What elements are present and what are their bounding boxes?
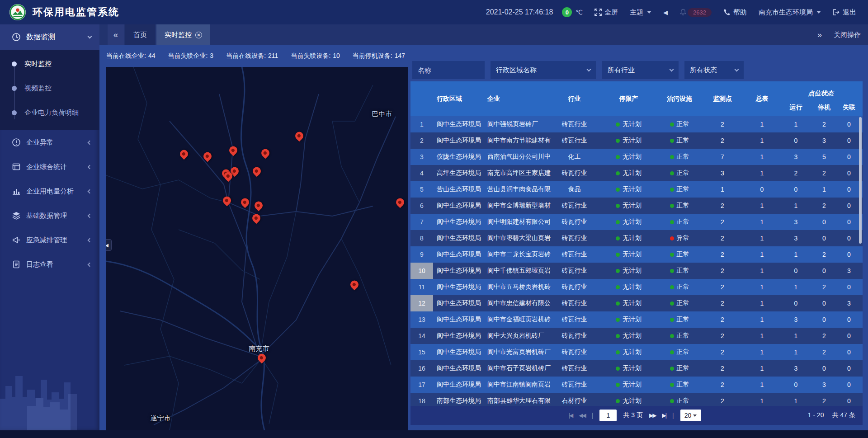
table-row[interactable]: 3仪陇生态环境局西南油气田分公司川中化工无计划正常71350 [410, 149, 863, 165]
map-pin[interactable] [252, 167, 261, 179]
table-row[interactable]: 10阆中生态环境局阆中千佛镇五郎垭页岩砖瓦行业无计划正常21003 [410, 263, 863, 279]
table-row[interactable]: 16阆中生态环境局阆中市石子页岩机砖厂砖瓦行业无计划正常21300 [410, 360, 863, 377]
notification-bell[interactable]: 2632 [679, 8, 712, 17]
table-row[interactable]: 8阆中生态环境局阆中市枣碧大梁山页岩砖瓦行业无计划异常21300 [410, 230, 863, 246]
map-pin[interactable] [224, 172, 233, 184]
table-row[interactable]: 15阆中生态环境局阆中市光富页岩机砖厂砖瓦行业无计划正常21120 [410, 344, 863, 360]
sidebar-item-enterprise-statistics[interactable]: 企业综合统计 [0, 155, 99, 179]
cell-facility: 正常 [659, 149, 700, 165]
halt-text: 无计划 [623, 381, 642, 389]
first-page-button[interactable]: |◀ [569, 412, 572, 419]
map-pin[interactable] [396, 198, 405, 210]
map-pin[interactable] [241, 198, 250, 210]
map-pin[interactable] [222, 197, 231, 208]
map-pin[interactable] [203, 152, 212, 164]
map-pin[interactable] [257, 354, 266, 366]
row-number: 2 [410, 132, 433, 149]
sidebar-item-electricity-analysis[interactable]: 企业用电量分析 [0, 179, 99, 203]
table-row[interactable]: 7阆中生态环境局阆中明阳建材有限公司砖瓦行业无计划正常21300 [410, 214, 863, 230]
stats-icon [12, 162, 21, 171]
last-page-button[interactable]: ▶| [662, 412, 666, 419]
table-row[interactable]: 17阆中生态环境局阆中市江南镇阆南页岩砖瓦行业无计划正常21030 [410, 377, 863, 393]
cell-industry: 砖瓦行业 [551, 328, 598, 344]
cell-monitor: 2 [700, 198, 745, 214]
stat-online-devices: 当前在线设备:211 [226, 52, 278, 60]
pin-icon [178, 148, 189, 160]
sidebar-item-data-monitoring[interactable]: 数据监测 [0, 24, 99, 50]
table-row[interactable]: 18南部生态环境局南部县雄华大理石有限石材行业无计划正常21120 [410, 393, 863, 406]
map-panel[interactable]: 巴中市南充市遂宁市 ◀ [106, 67, 408, 430]
page-size-select[interactable]: 20 [680, 410, 701, 421]
map-collapse-button[interactable]: ◀ [106, 239, 112, 251]
sidebar-item-video-monitoring[interactable]: 视频监控 [0, 76, 99, 100]
tabs-scroll-left-button[interactable]: « [108, 24, 124, 45]
tab-home[interactable]: 首页 [125, 24, 155, 45]
sidebar-item-log-view[interactable]: 日志查看 [0, 252, 99, 277]
tabs-scroll-right-button[interactable]: » [817, 30, 822, 40]
close-operations-button[interactable]: 关闭操作 [834, 31, 861, 39]
map-pin[interactable] [229, 146, 238, 158]
region-filter-dropdown[interactable]: 行政区域名称 [491, 61, 596, 79]
table-row[interactable]: 9阆中生态环境局阆中市二龙长宝页岩砖砖瓦行业无计划正常21120 [410, 246, 863, 263]
theme-dropdown[interactable]: 主题 [630, 8, 651, 17]
prev-page-button[interactable]: ◀◀ [579, 412, 585, 419]
status-dot [616, 318, 620, 322]
tab-realtime-monitoring[interactable]: 实时监控 ✕ [156, 24, 210, 45]
cell-facility: 正常 [659, 165, 700, 181]
map-pin[interactable] [295, 132, 304, 144]
table-row[interactable]: 13阆中生态环境局阆中市金福旺页岩机砖砖瓦行业无计划正常21300 [410, 311, 863, 328]
map-pin[interactable] [254, 202, 263, 213]
user-name: 南充市生态环境局 [759, 8, 813, 17]
table-row[interactable]: 1阆中生态环境局阆中强锐页岩砖厂砖瓦行业无计划正常21120 [410, 116, 863, 132]
cell-facility: 正常 [659, 198, 700, 214]
industry-filter-dropdown[interactable]: 所有行业 [602, 61, 679, 79]
table-row[interactable]: 6阆中生态环境局阆中市金博瑞新型墙材砖瓦行业无计划正常21120 [410, 198, 863, 214]
cell-lost: 0 [835, 230, 863, 246]
name-filter-input[interactable] [412, 61, 485, 79]
sidebar-item-realtime-monitoring[interactable]: 实时监控 [0, 52, 99, 76]
layers-icon [12, 211, 21, 220]
cell-stop: 0 [813, 214, 835, 230]
table-row[interactable]: 14阆中生态环境局阆中大兴页岩机砖厂砖瓦行业无计划正常21120 [410, 328, 863, 344]
table-row[interactable]: 12阆中生态环境局阆中市忠信建材有限公砖瓦行业无计划正常21003 [410, 295, 863, 311]
status-dot [616, 367, 620, 371]
cell-stop: 3 [813, 377, 835, 393]
row-number: 4 [410, 165, 433, 181]
table-row[interactable]: 4高坪生态环境局南充市高坪区王家店建砖瓦行业无计划正常31220 [410, 165, 863, 181]
sidebar-item-emergency-reduction[interactable]: 应急减排管理 [0, 228, 99, 252]
tab-close-icon[interactable]: ✕ [195, 32, 202, 38]
help-button[interactable]: 帮助 [723, 8, 747, 17]
row-number: 1 [410, 116, 433, 132]
facility-text: 正常 [677, 218, 689, 226]
log-icon [12, 260, 21, 269]
pager-divider: | [672, 412, 674, 419]
table-row[interactable]: 11阆中生态环境局阆中市五马桥页岩机砖砖瓦行业无计划正常21120 [410, 279, 863, 295]
sidebar-item-enterprise-abnormal[interactable]: 企业异常 [0, 130, 99, 155]
logout-button[interactable]: 退出 [833, 8, 856, 17]
map-pin[interactable] [179, 150, 189, 162]
sidebar-item-power-load-detail[interactable]: 企业电力负荷明细 [0, 100, 99, 125]
status-filter-dropdown[interactable]: 所有状态 [684, 61, 744, 79]
stat-offline-enterprises: 当前失联企业:3 [168, 52, 213, 60]
cell-halt: 无计划 [598, 295, 659, 311]
industry-filter-value: 所有行业 [608, 66, 635, 75]
map-pin[interactable] [261, 149, 270, 161]
table-row[interactable]: 5营山生态环境局营山县润丰肉食品有限食品无计划正常10010 [410, 181, 863, 198]
status-dot [616, 155, 620, 159]
next-page-button[interactable]: ▶▶ [649, 412, 656, 419]
cell-meter: 1 [745, 230, 779, 246]
fullscreen-button[interactable]: 全屏 [594, 8, 618, 17]
app-title: 环保用电监管系统 [33, 5, 119, 19]
sidebar-item-base-data[interactable]: 基础数据管理 [0, 203, 99, 228]
table-row[interactable]: 2阆中生态环境局阆中市南方节能建材有砖瓦行业无计划正常21030 [410, 132, 863, 149]
cell-meter: 1 [745, 328, 779, 344]
table-scrollbar[interactable] [859, 117, 862, 244]
sound-mute-icon[interactable]: ◀ [663, 9, 668, 16]
map-pin[interactable] [350, 281, 359, 292]
page-number-input[interactable] [599, 410, 617, 421]
cell-monitor: 2 [700, 263, 745, 279]
app-logo-icon [9, 4, 26, 21]
facility-text: 正常 [677, 397, 689, 405]
user-dropdown[interactable]: 南充市生态环境局 [759, 8, 821, 17]
map-pin[interactable] [252, 214, 261, 226]
